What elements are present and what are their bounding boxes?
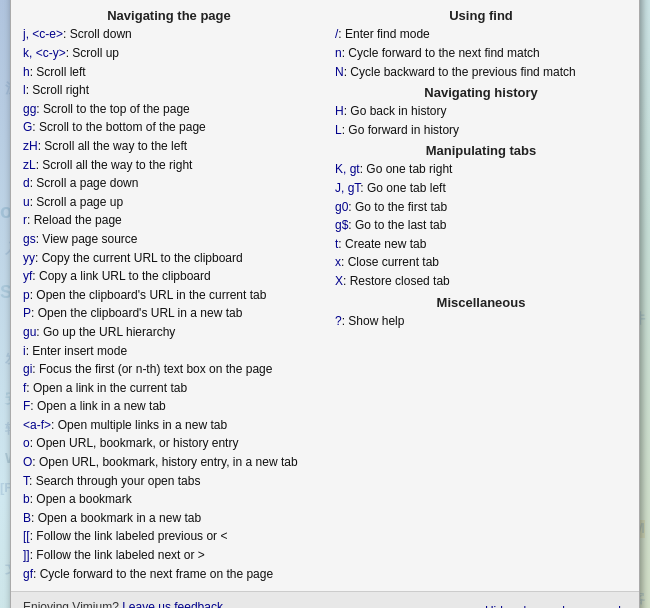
- using-find-header: Using find: [335, 8, 627, 23]
- nav-history-header: Navigating history: [335, 85, 627, 100]
- cmd-gu: gu: Go up the URL hierarchy: [23, 323, 315, 342]
- cmd-r: r: Reload the page: [23, 211, 315, 230]
- cmd-l: l: Scroll right: [23, 81, 315, 100]
- hide-advanced-link[interactable]: Hide advanced commands: [485, 604, 627, 608]
- cmd-g$: g$: Go to the last tab: [335, 216, 627, 235]
- cmd-zH: zH: Scroll all the way to the left: [23, 137, 315, 156]
- cmd-af: <a-f>: Open multiple links in a new tab: [23, 416, 315, 435]
- footer-left: Enjoying Vimium? Leave us feedback. Foun…: [23, 598, 226, 608]
- cmd-question: ?: Show help: [335, 312, 627, 331]
- cmd-p: p: Open the clipboard's URL in the curre…: [23, 286, 315, 305]
- cmd-j: j, <c-e>: Scroll down: [23, 25, 315, 44]
- manip-tabs-header: Manipulating tabs: [335, 143, 627, 158]
- cmd-P: P: Open the clipboard's URL in a new tab: [23, 304, 315, 323]
- cmd-gi: gi: Focus the first (or n-th) text box o…: [23, 360, 315, 379]
- cmd-H: H: Go back in history: [335, 102, 627, 121]
- cmd-gf: gf: Cycle forward to the next frame on t…: [23, 565, 315, 584]
- cmd-X: X: Restore closed tab: [335, 272, 627, 291]
- cmd-G: G: Scroll to the bottom of the page: [23, 118, 315, 137]
- footer: Enjoying Vimium? Leave us feedback. Foun…: [11, 591, 639, 608]
- feedback-link[interactable]: Leave us feedback: [122, 600, 223, 608]
- cmd-b: b: Open a bookmark: [23, 490, 315, 509]
- left-column: Navigating the page j, <c-e>: Scroll dow…: [23, 4, 315, 583]
- cmd-o: o: Open URL, bookmark, or history entry: [23, 434, 315, 453]
- cmd-B: B: Open a bookmark in a new tab: [23, 509, 315, 528]
- cmd-x: x: Close current tab: [335, 253, 627, 272]
- cmd-h: h: Scroll left: [23, 63, 315, 82]
- vimium-help-dialog: Vimium Help Options × Navigating the pag…: [10, 0, 640, 608]
- cmd-T: T: Search through your open tabs: [23, 472, 315, 491]
- cmd-u: u: Scroll a page up: [23, 193, 315, 212]
- cmd-k: k, <c-y>: Scroll up: [23, 44, 315, 63]
- cmd-yy: yy: Copy the current URL to the clipboar…: [23, 249, 315, 268]
- right-column: Using find /: Enter find mode n: Cycle f…: [335, 4, 627, 583]
- cmd-g0: g0: Go to the first tab: [335, 198, 627, 217]
- cmd-f: f: Open a link in the current tab: [23, 379, 315, 398]
- cmd-zL: zL: Scroll all the way to the right: [23, 156, 315, 175]
- cmd-J-gT: J, gT: Go one tab left: [335, 179, 627, 198]
- cmd-prev: [[: Follow the link labeled previous or …: [23, 527, 315, 546]
- cmd-next: ]]: Follow the link labeled next or >: [23, 546, 315, 565]
- enjoying-text: Enjoying Vimium?: [23, 600, 122, 608]
- cmd-yf: yf: Copy a link URL to the clipboard: [23, 267, 315, 286]
- feedback-line: Enjoying Vimium? Leave us feedback.: [23, 598, 226, 608]
- cmd-i: i: Enter insert mode: [23, 342, 315, 361]
- cmd-t: t: Create new tab: [335, 235, 627, 254]
- cmd-K-gt: K, gt: Go one tab right: [335, 160, 627, 179]
- cmd-slash: /: Enter find mode: [335, 25, 627, 44]
- footer-right: Hide advanced commands Version 1.41: [485, 604, 627, 608]
- cmd-gs: gs: View page source: [23, 230, 315, 249]
- main-content: Navigating the page j, <c-e>: Scroll dow…: [11, 0, 639, 591]
- nav-page-header: Navigating the page: [23, 8, 315, 23]
- cmd-L: L: Go forward in history: [335, 121, 627, 140]
- cmd-O: O: Open URL, bookmark, history entry, in…: [23, 453, 315, 472]
- cmd-n: n: Cycle forward to the next find match: [335, 44, 627, 63]
- cmd-gg: gg: Scroll to the top of the page: [23, 100, 315, 119]
- cmd-d: d: Scroll a page down: [23, 174, 315, 193]
- dot: .: [223, 600, 226, 608]
- cmd-N: N: Cycle backward to the previous find m…: [335, 63, 627, 82]
- cmd-F: F: Open a link in a new tab: [23, 397, 315, 416]
- misc-header: Miscellaneous: [335, 295, 627, 310]
